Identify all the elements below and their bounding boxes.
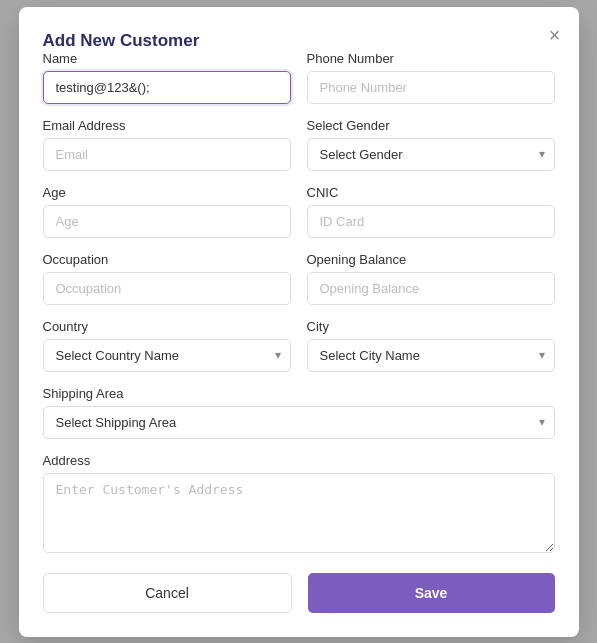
- gender-select-wrapper: Select Gender Male Female ▾: [307, 138, 555, 171]
- phone-input[interactable]: [307, 71, 555, 104]
- shipping-select[interactable]: Select Shipping Area: [43, 406, 555, 439]
- opening-balance-label: Opening Balance: [307, 252, 555, 267]
- row-occupation-balance: Occupation Opening Balance: [43, 252, 555, 305]
- row-name-phone: Name Phone Number: [43, 51, 555, 104]
- age-label: Age: [43, 185, 291, 200]
- save-button[interactable]: Save: [308, 573, 555, 613]
- city-select[interactable]: Select City Name: [307, 339, 555, 372]
- modal-title: Add New Customer: [43, 31, 200, 50]
- close-button[interactable]: ×: [549, 25, 561, 45]
- email-input[interactable]: [43, 138, 291, 171]
- occupation-label: Occupation: [43, 252, 291, 267]
- shipping-label: Shipping Area: [43, 386, 555, 401]
- field-age: Age: [43, 185, 291, 238]
- occupation-input[interactable]: [43, 272, 291, 305]
- age-input[interactable]: [43, 205, 291, 238]
- field-shipping: Shipping Area Select Shipping Area ▾: [43, 386, 555, 439]
- country-select-wrapper: Select Country Name ▾: [43, 339, 291, 372]
- city-label: City: [307, 319, 555, 334]
- field-cnic: CNIC: [307, 185, 555, 238]
- row-age-cnic: Age CNIC: [43, 185, 555, 238]
- name-label: Name: [43, 51, 291, 66]
- modal-overlay: Add New Customer × Name Phone Number Ema…: [0, 0, 597, 643]
- city-select-wrapper: Select City Name ▾: [307, 339, 555, 372]
- cnic-input[interactable]: [307, 205, 555, 238]
- phone-label: Phone Number: [307, 51, 555, 66]
- opening-balance-input[interactable]: [307, 272, 555, 305]
- row-address: Address: [43, 453, 555, 553]
- field-address: Address: [43, 453, 555, 553]
- email-label: Email Address: [43, 118, 291, 133]
- gender-label: Select Gender: [307, 118, 555, 133]
- address-textarea[interactable]: [43, 473, 555, 553]
- add-customer-modal: Add New Customer × Name Phone Number Ema…: [19, 7, 579, 637]
- field-city: City Select City Name ▾: [307, 319, 555, 372]
- row-shipping: Shipping Area Select Shipping Area ▾: [43, 386, 555, 439]
- country-select[interactable]: Select Country Name: [43, 339, 291, 372]
- name-input[interactable]: [43, 71, 291, 104]
- address-label: Address: [43, 453, 555, 468]
- field-occupation: Occupation: [43, 252, 291, 305]
- field-gender: Select Gender Select Gender Male Female …: [307, 118, 555, 171]
- field-name: Name: [43, 51, 291, 104]
- field-email: Email Address: [43, 118, 291, 171]
- field-opening-balance: Opening Balance: [307, 252, 555, 305]
- field-phone: Phone Number: [307, 51, 555, 104]
- country-label: Country: [43, 319, 291, 334]
- row-country-city: Country Select Country Name ▾ City Selec…: [43, 319, 555, 372]
- cancel-button[interactable]: Cancel: [43, 573, 292, 613]
- row-email-gender: Email Address Select Gender Select Gende…: [43, 118, 555, 171]
- button-row: Cancel Save: [43, 573, 555, 613]
- gender-select[interactable]: Select Gender Male Female: [307, 138, 555, 171]
- field-country: Country Select Country Name ▾: [43, 319, 291, 372]
- shipping-select-wrapper: Select Shipping Area ▾: [43, 406, 555, 439]
- cnic-label: CNIC: [307, 185, 555, 200]
